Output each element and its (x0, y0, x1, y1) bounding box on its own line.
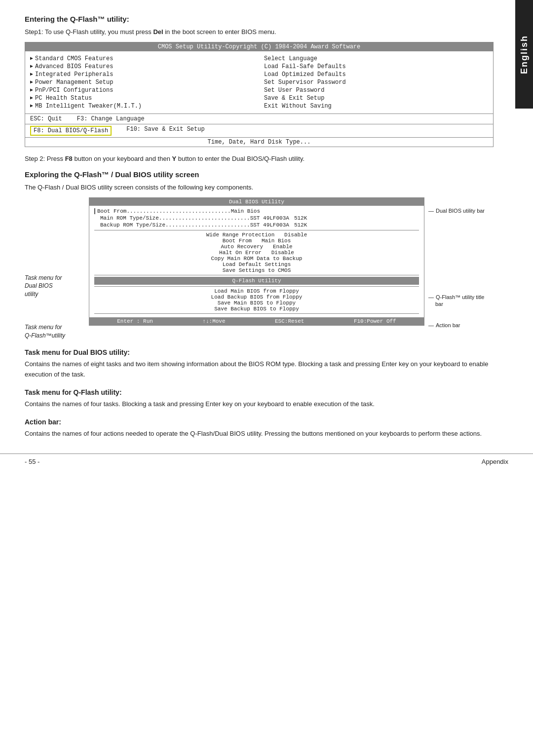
section-exploring-qflash: Exploring the Q-Flash™ / Dual BIOS utili… (25, 170, 494, 340)
text-action-bar: Contains the names of four actions neede… (25, 429, 494, 439)
bios-footer-1: ESC: Quit F3: Change Language (25, 113, 493, 124)
action-power: F10:Power Off (354, 318, 396, 324)
label-task-qflash: Task menu for Q-Flash™utility (25, 323, 89, 340)
task-dual-item-3: Auto Recovery Enable (94, 244, 419, 250)
qflash-item-1: Load Main BIOS from Floppy (94, 288, 419, 294)
bios-body: ▶Standard CMOS Features ▶Advanced BIOS F… (25, 51, 493, 113)
bios-right-1: Select Language (264, 55, 488, 62)
bios-right-2: Load Fail-Safe Defaults (264, 63, 488, 70)
bios-right-col: Select Language Load Fail-Safe Defaults … (264, 54, 488, 111)
separator-1 (94, 230, 419, 230)
task-dual-item-7: Save Settings to CMOS (94, 267, 419, 273)
section-descriptions: Task menu for Dual BIOS utility: Contain… (25, 348, 494, 439)
bios-right-3: Load Optimized Defaults (264, 71, 488, 78)
section-entering-qflash: Entering the Q-Flash™ utility: Step1: To… (25, 15, 494, 163)
bios-item-6: ▶PC Health Status (30, 95, 254, 102)
page-footer: - 55 - Appendix (0, 454, 533, 469)
bios-right-6: Save & Exit Setup (264, 95, 488, 102)
separator-3 (94, 286, 419, 287)
bios-item-4: ▶Power Management Setup (30, 79, 254, 86)
bios-item-3: ▶Integrated Peripherals (30, 71, 254, 78)
bios-f3-change: F3: Change Language (77, 115, 145, 122)
bios-right-4: Set Supervisor Password (264, 79, 488, 86)
text-task-qflash: Contains the names of four tasks. Blocki… (25, 399, 494, 409)
dual-bios-inner: Boot From...............................… (89, 206, 424, 317)
english-tab: English (515, 0, 533, 109)
heading-task-dual: Task menu for Dual BIOS utility: (25, 348, 494, 356)
f8-dual-bios-highlight: F8: Dual BIOS/Q-Flash (30, 126, 112, 136)
f8-key-bold: F8 (65, 155, 73, 162)
separator-2 (94, 275, 419, 275)
bios-screenshot: CMOS Setup Utility-Copyright (C) 1984-20… (25, 42, 494, 147)
label-dual-bar: Dual BIOS utility bar (428, 207, 494, 215)
bios-right-7: Exit Without Saving (264, 103, 488, 110)
main-rom-row: Main ROM Type/Size......................… (94, 215, 419, 222)
label-qflash-title: Q-Flash™ utility title (428, 294, 494, 301)
action-enter: Enter : Run (117, 318, 153, 324)
label-task-dual: Task menu for Dual BIOS utility (25, 274, 89, 299)
diagram-container: Task menu for Dual BIOS utility Task men… (25, 197, 494, 340)
task-dual-item-2: Boot From Main Bios (94, 238, 419, 244)
bios-left-col: ▶Standard CMOS Features ▶Advanced BIOS F… (30, 54, 254, 111)
diagram-labels-right: Dual BIOS utility bar Q-Flash™ utility t… (424, 197, 494, 330)
task-dual-item-5: Copy Main ROM Data to Backup (94, 256, 419, 262)
y-key-bold: Y (172, 155, 177, 162)
bios-item-5: ▶PnP/PCI Configurations (30, 87, 254, 94)
page-number: - 55 - (25, 458, 39, 465)
main-content: Entering the Q-Flash™ utility: Step1: To… (25, 15, 503, 439)
section2-heading: Exploring the Q-Flash™ / Dual BIOS utili… (25, 170, 494, 179)
bios-item-2: ▶Advanced BIOS Features (30, 63, 254, 70)
dual-bios-utility-box: Dual BIOS Utility Boot From.............… (89, 197, 424, 326)
label-action-bar: Action bar (428, 322, 494, 329)
heading-task-qflash: Task menu for Q-Flash utility: (25, 388, 494, 396)
section1-step1: Step1: To use Q-Flash utility, you must … (25, 27, 494, 37)
task-dual-item-1: Wide Range Protection Disable (94, 232, 419, 238)
separator-4 (94, 313, 419, 314)
dual-bios-title: Dual BIOS Utility (89, 198, 424, 206)
action-reset: ESC:Reset (275, 318, 304, 324)
task-dual-item-4: Halt On Error Disable (94, 250, 419, 256)
bios-item-7: ▶MB Intelligent Tweaker(M.I.T.) (30, 103, 254, 110)
section2-intro: The Q-Flash / Dual BIOS utility screen c… (25, 183, 494, 192)
bios-footer-2: F8: Dual BIOS/Q-Flash F10: Save & Exit S… (25, 124, 493, 137)
action-bar: Enter : Run ↑↓:Move ESC:Reset F10:Power … (89, 317, 424, 325)
text-task-dual: Contains the names of eight tasks and tw… (25, 359, 494, 379)
heading-action-bar: Action bar: (25, 418, 494, 426)
qflash-title-bar: Q-Flash Utility (94, 277, 419, 285)
boot-from-row: Boot From...............................… (94, 208, 419, 215)
section1-heading: Entering the Q-Flash™ utility: (25, 15, 494, 23)
label-qflash-sub: bar (428, 301, 494, 307)
backup-rom-row: Backup ROM Type/Size....................… (94, 222, 419, 228)
task-dual-item-6: Load Default Settings (94, 262, 419, 267)
action-move: ↑↓:Move (202, 318, 225, 324)
diagram-labels-left: Task menu for Dual BIOS utility Task men… (25, 197, 89, 340)
section1-step2: Step 2: Press F8 button on your keyboard… (25, 154, 494, 164)
qflash-item-3: Save Main BIOS to Floppy (94, 300, 419, 306)
qflash-item-2: Load Backup BIOS from Floppy (94, 294, 419, 300)
bios-item-1: ▶Standard CMOS Features (30, 55, 254, 62)
del-key-bold: Del (153, 28, 163, 36)
footer-label: Appendix (482, 458, 508, 465)
bios-header: CMOS Setup Utility-Copyright (C) 1984-20… (25, 42, 493, 51)
bios-esc-quit: ESC: Quit (30, 115, 62, 122)
bios-footer-3: Time, Date, Hard Disk Type... (25, 137, 493, 147)
bios-f10-save: F10: Save & Exit Setup (126, 126, 204, 136)
qflash-item-4: Save Backup BIOS to Floppy (94, 306, 419, 312)
bios-right-5: Set User Password (264, 87, 488, 94)
